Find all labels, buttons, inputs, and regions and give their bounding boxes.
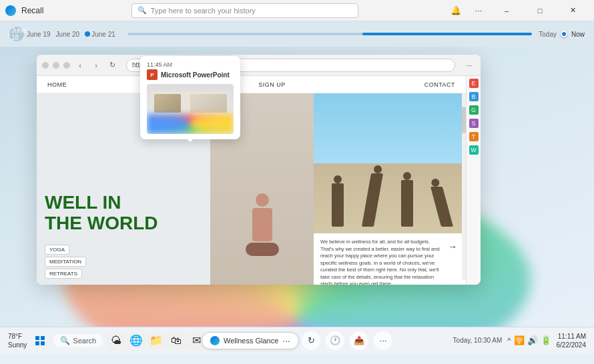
start-button[interactable]	[31, 331, 49, 350]
tag-retreats[interactable]: RETREATS	[45, 269, 82, 279]
action-more-button[interactable]: ···	[374, 331, 392, 350]
timeline-june21-label: June 21	[91, 31, 115, 38]
taskbar: 78°F Sunny 🔍 Search 🌤 🌐 📁 🛍 ✉ 👥	[0, 327, 594, 353]
search-bar[interactable]: 🔍 Search	[53, 334, 103, 347]
tooltip-time: 11:45 AM	[147, 61, 234, 68]
hero-right-panel: We believe in wellness for all, and for …	[314, 93, 466, 285]
active-app-name: Wellness Glance	[224, 337, 278, 345]
yoga-group	[314, 160, 466, 227]
tooltip-preview[interactable]	[147, 84, 234, 134]
browser-refresh-button[interactable]: ↻	[106, 59, 118, 71]
site-hero: WELL IN THE WORLD YOGA MEDITATION RETREA…	[37, 93, 466, 285]
sidebar-icon-5[interactable]: T	[469, 132, 479, 141]
taskbar-left: 78°F Sunny 🔍 Search 🌤 🌐 📁 🛍 ✉ 👥	[8, 331, 226, 350]
search-taskbar-label: Search	[73, 337, 96, 345]
more-options-icon[interactable]: ···	[469, 0, 489, 21]
taskbar-center: Wellness Glance ··· ↻ 🕐 📤 ···	[202, 331, 392, 350]
hero-headline: WELL IN THE WORLD	[45, 193, 202, 234]
titlebar-search-bar[interactable]: 🔍 Type here to search your history	[131, 3, 358, 18]
app-icon-files[interactable]: 📁	[147, 331, 166, 350]
browser-chrome: ‹ › ↻ https://wellnessglance.com ···	[37, 55, 481, 76]
windows-logo	[35, 336, 45, 345]
sidebar-icon-1[interactable]: E	[469, 79, 479, 88]
maximize-button[interactable]: □	[525, 0, 555, 21]
browser-sidebar: E B G S T W	[466, 76, 481, 285]
weather-condition: Sunny	[8, 341, 27, 349]
system-clock[interactable]: 11:11 AM 6/22/2024	[557, 332, 587, 349]
recall-icon	[5, 5, 16, 16]
powerpoint-icon: P	[147, 69, 158, 80]
browser-more-button[interactable]: ···	[463, 59, 475, 71]
hero-tags: YOGA MEDITATION RETREATS	[45, 245, 202, 279]
clock-date: 6/22/2024	[557, 341, 587, 349]
minimize-button[interactable]: –	[491, 0, 522, 21]
titlebar-title: Recall	[21, 6, 43, 15]
browser-back-button[interactable]: ‹	[74, 59, 86, 71]
tray-volume-icon[interactable]: 🔊	[527, 335, 538, 345]
active-app-icon	[210, 336, 220, 345]
notification-bell-icon[interactable]: 🔔	[446, 0, 466, 21]
sidebar-icon-4[interactable]: S	[469, 119, 479, 128]
timeline-track-filled	[362, 33, 533, 35]
timeline-june20-label: June 20	[56, 31, 80, 38]
start-cell-3	[35, 341, 39, 345]
start-cell-4	[41, 341, 45, 345]
action-share-button[interactable]: 📤	[350, 331, 368, 350]
sidebar-icon-3[interactable]: G	[469, 105, 479, 115]
tray-arrow[interactable]: ^	[507, 337, 511, 345]
titlebar-controls: 🔔 ··· – □ ✕	[446, 0, 589, 21]
hero-description-text: We believe in wellness for all, and for …	[320, 239, 440, 285]
close-button[interactable]: ✕	[558, 0, 589, 21]
clock-time: 11:11 AM	[557, 332, 587, 341]
start-cell-2	[41, 336, 45, 340]
titlebar: Recall 🔍 Type here to search your histor…	[0, 0, 594, 21]
search-placeholder: Type here to search your history	[151, 7, 256, 15]
timeline-june19-label: June 19	[27, 31, 51, 38]
sidebar-icon-6[interactable]: W	[469, 145, 479, 155]
tooltip-popup: 11:45 AM P Microsoft PowerPoint	[140, 56, 240, 139]
tag-meditation[interactable]: MEDITATION	[45, 257, 86, 267]
timeline-cursor-dot	[85, 31, 90, 37]
timeline-bar: ‹ June 18 June 19 June 20 June 21 Today …	[0, 21, 594, 47]
active-app-pill[interactable]: Wellness Glance ···	[202, 332, 299, 349]
system-tray: ^ 🛜 🔊 🔋	[507, 335, 551, 345]
browser-forward-button[interactable]: ›	[90, 59, 102, 71]
nav-contact[interactable]: CONTACT	[424, 81, 455, 88]
search-icon: 🔍	[137, 6, 147, 15]
browser-minimize-dot	[53, 62, 59, 69]
website-content: HOME SIGN UP CONTACT WELL IN THE WORLD Y…	[37, 76, 466, 285]
action-history-button[interactable]: 🕐	[326, 331, 344, 350]
timeline-track[interactable]	[127, 32, 533, 36]
start-cell-1	[35, 336, 39, 340]
app-icon-widgets[interactable]: 🌤	[107, 331, 125, 350]
main-content-area: ‹ › ↻ https://wellnessglance.com ··· 11:…	[0, 47, 594, 327]
sidebar-icon-2[interactable]: B	[469, 92, 479, 101]
browser-window: ‹ › ↻ https://wellnessglance.com ··· 11:…	[37, 55, 481, 285]
tooltip-slide-preview	[147, 84, 234, 134]
tag-yoga[interactable]: YOGA	[45, 245, 69, 255]
nav-home[interactable]: HOME	[47, 81, 67, 88]
action-refresh-button[interactable]: ↻	[302, 331, 320, 350]
timeline-now-dot	[561, 31, 567, 37]
preview-color-bar	[147, 114, 234, 134]
taskbar-action-buttons: ↻ 🕐 📤 ···	[302, 331, 392, 350]
tray-battery-icon[interactable]: 🔋	[541, 335, 551, 345]
active-app-more[interactable]: ···	[282, 335, 290, 346]
search-taskbar-icon: 🔍	[60, 336, 70, 345]
browser-close-dot	[42, 62, 49, 69]
weather-widget: 78°F Sunny	[8, 332, 27, 349]
taskbar-time-label: Today, 10:30 AM	[453, 337, 503, 344]
hero-right-image	[314, 93, 466, 233]
weather-temp: 78°F	[8, 332, 27, 341]
tooltip-app-name: P Microsoft PowerPoint	[147, 69, 234, 80]
titlebar-left: Recall	[5, 5, 43, 16]
hero-arrow-icon[interactable]: →	[446, 240, 459, 253]
timeline-now-label: Now	[571, 31, 585, 38]
timeline-back-button[interactable]: ‹ June 18	[9, 27, 24, 41]
app-icon-edge[interactable]: 🌐	[127, 331, 145, 350]
taskbar-right: Today, 10:30 AM ^ 🛜 🔊 🔋 11:11 AM 6/22/20…	[453, 332, 586, 349]
nav-signup[interactable]: SIGN UP	[258, 81, 286, 88]
tray-network-icon[interactable]: 🛜	[514, 335, 525, 345]
app-icon-store[interactable]: 🛍	[167, 331, 186, 350]
timeline-today-label: Today	[539, 31, 557, 38]
